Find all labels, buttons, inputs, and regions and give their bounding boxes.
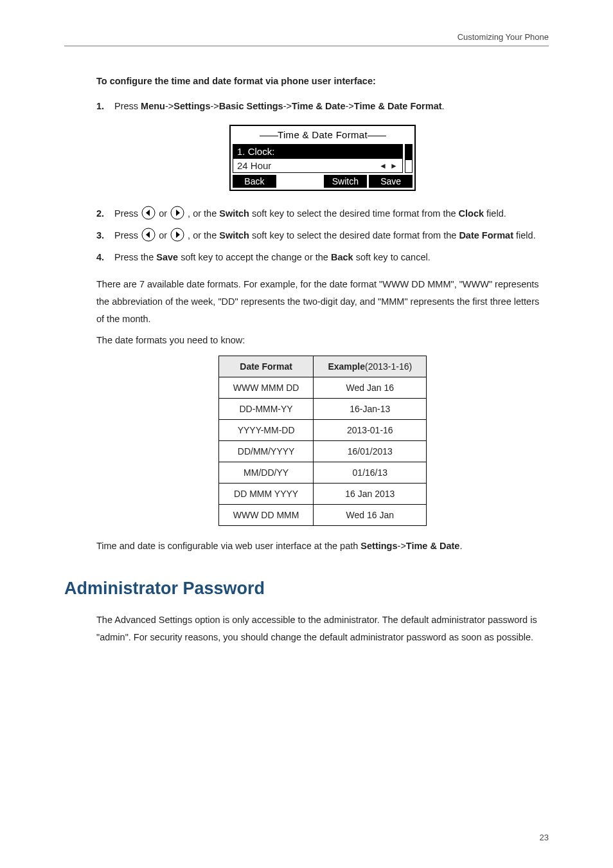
save-label: Save <box>156 252 178 262</box>
cell-format: WWW DD MMM <box>218 504 314 525</box>
softkey-back: Back <box>233 175 276 188</box>
basic-settings-label: Basic Settings <box>219 101 283 111</box>
table-row: WWW DD MMMWed 16 Jan <box>218 504 426 525</box>
text: , or the <box>188 230 219 240</box>
cell-example: 16-Jan-13 <box>314 398 427 419</box>
table-row: YYYY-MM-DD2013-01-16 <box>218 419 426 440</box>
cell-example: 16 Jan 2013 <box>314 483 427 504</box>
text: or <box>159 208 170 219</box>
step-3: Press or , or the Switch soft key to sel… <box>96 227 549 244</box>
sep: -> <box>346 101 354 111</box>
lcd-title-text: Time & Date Format <box>278 129 368 140</box>
cell-example: Wed 16 Jan <box>314 504 427 525</box>
time-date-label: Time & Date <box>406 541 460 551</box>
lcd-frame: ——Time & Date Format—— 1. Clock: 24 Hour… <box>229 125 416 191</box>
sep: -> <box>398 541 406 551</box>
sep: -> <box>283 101 292 111</box>
running-header: Customizing Your Phone <box>64 32 549 46</box>
switch-label: Switch <box>219 208 249 219</box>
text: Time and date is configurable via web us… <box>96 541 360 551</box>
time-date-label: Time & Date <box>292 101 346 111</box>
cell-format: DD/MM/YYYY <box>218 440 314 462</box>
steps-list: Press Menu->Settings->Basic Settings->Ti… <box>96 98 549 114</box>
clock-label: Clock <box>459 208 484 219</box>
cell-example: 2013-01-16 <box>314 419 427 440</box>
post-table-note: Time and date is configurable via web us… <box>96 538 549 555</box>
table-row: DD/MM/YYYY16/01/2013 <box>218 440 426 462</box>
text: soft key to cancel. <box>353 252 431 262</box>
text: soft key to accept the change or the <box>178 252 331 262</box>
lcd-title: ——Time & Date Format—— <box>233 128 413 144</box>
cell-example: 01/16/13 <box>314 462 427 483</box>
cell-example: 16/01/2013 <box>314 440 427 462</box>
lcd-screenshot: ——Time & Date Format—— 1. Clock: 24 Hour… <box>229 125 416 191</box>
lcd-value-text: 24 Hour <box>237 160 271 171</box>
table-row: DD-MMM-YY16-Jan-13 <box>218 398 426 419</box>
example-date: (2013-1-16) <box>365 361 412 372</box>
steps-list-2: Press or , or the Switch soft key to sel… <box>96 205 549 266</box>
table-body: WWW MMM DDWed Jan 16 DD-MMM-YY16-Jan-13 … <box>218 377 426 525</box>
col-date-format: Date Format <box>218 356 314 377</box>
text: or <box>159 230 170 240</box>
sep: -> <box>210 101 218 111</box>
lcd-main: 1. Clock: 24 Hour ◄ ► <box>233 144 403 173</box>
date-format-table: Date Format Example(2013-1-16) WWW MMM D… <box>218 356 427 526</box>
svg-marker-5 <box>146 231 150 238</box>
admin-password-paragraph: The Advanced Settings option is only acc… <box>96 611 549 646</box>
date-format-label: Date Format <box>459 230 513 240</box>
text: Press <box>114 208 141 219</box>
step-1: Press Menu->Settings->Basic Settings->Ti… <box>96 98 549 114</box>
page: Customizing Your Phone To configure the … <box>0 0 613 868</box>
sep: -> <box>165 101 173 111</box>
text: Press <box>114 230 141 240</box>
settings-label: Settings <box>360 541 397 551</box>
svg-marker-7 <box>176 231 180 238</box>
paragraph-formats-intro: The date formats you need to know: <box>96 332 549 349</box>
lcd-arrows-icon: ◄ ► <box>379 161 398 170</box>
svg-marker-1 <box>146 210 150 216</box>
back-label: Back <box>331 252 353 262</box>
lcd-scrollbar <box>405 144 413 173</box>
cell-example: Wed Jan 16 <box>314 377 427 398</box>
text: field. <box>484 208 506 219</box>
left-key-icon <box>141 228 155 242</box>
dash: —— <box>260 129 278 140</box>
lcd-row-label: 1. Clock: <box>233 144 403 159</box>
time-date-format-label: Time & Date Format <box>354 101 442 111</box>
lcd-body: 1. Clock: 24 Hour ◄ ► <box>233 144 413 173</box>
table-row: WWW MMM DDWed Jan 16 <box>218 377 426 398</box>
settings-label: Settings <box>173 101 210 111</box>
text: soft key to select the desired time form… <box>249 208 459 219</box>
paragraph-formats-explain: There are 7 available date formats. For … <box>96 276 549 327</box>
cell-format: YYYY-MM-DD <box>218 419 314 440</box>
right-key-icon <box>170 206 184 220</box>
lcd-softkeys: Back Switch Save <box>233 175 413 188</box>
lcd-row-value: 24 Hour ◄ ► <box>233 159 403 173</box>
softkey-switch: Switch <box>324 175 368 188</box>
right-key-icon <box>170 228 184 242</box>
cell-format: WWW MMM DD <box>218 377 314 398</box>
switch-label: Switch <box>219 230 249 240</box>
step-4: Press the Save soft key to accept the ch… <box>96 249 549 266</box>
step-2: Press or , or the Switch soft key to sel… <box>96 205 549 222</box>
section-heading-admin-password: Administrator Password <box>64 579 549 599</box>
text: Press the <box>114 252 156 262</box>
example-bold: Example <box>328 361 365 372</box>
text: , or the <box>188 208 219 219</box>
text: field. <box>513 230 536 240</box>
svg-marker-3 <box>176 210 180 216</box>
menu-label: Menu <box>141 101 165 111</box>
table-header-row: Date Format Example(2013-1-16) <box>218 356 426 377</box>
softkey-blank <box>278 175 322 188</box>
cell-format: DD MMM YYYY <box>218 483 314 504</box>
softkey-save: Save <box>369 175 413 188</box>
left-key-icon <box>141 206 155 220</box>
text: Press <box>114 101 141 111</box>
content-area: To configure the time and date format vi… <box>96 76 549 646</box>
table-row: MM/DD/YY01/16/13 <box>218 462 426 483</box>
text: soft key to select the desired date form… <box>249 230 459 240</box>
page-number: 23 <box>540 833 549 842</box>
procedure-heading: To configure the time and date format vi… <box>96 76 549 86</box>
text: . <box>459 541 462 551</box>
cell-format: DD-MMM-YY <box>218 398 314 419</box>
